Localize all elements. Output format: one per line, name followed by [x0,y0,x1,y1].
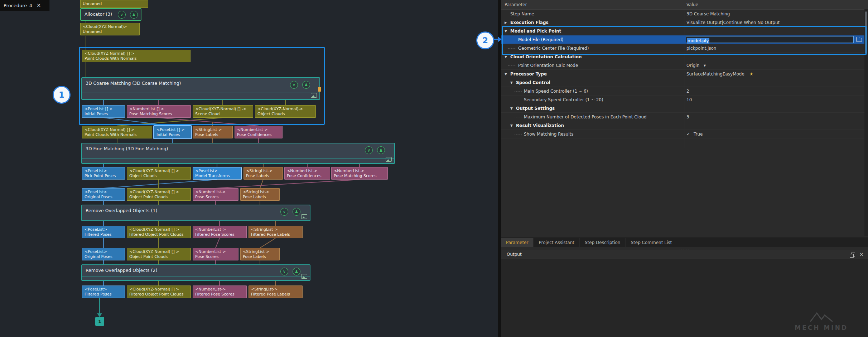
port-unnamed-top[interactable]: Unnamed [80,0,148,8]
param-section-cloud-orientation-calculation[interactable]: ▼ Cloud Orientation Calculation [501,53,868,61]
port-pose-labels[interactable]: <StringList->Pose Labels [193,126,233,138]
operator-button[interactable]: ♟ [293,268,300,275]
port-point-clouds-with-normals[interactable]: <Cloud(XYZ-Normal) [] >Point Clouds With… [82,126,152,138]
expander-icon[interactable]: ▼ [510,78,513,87]
port-filtered-object-point-clouds[interactable]: <Cloud(XYZ-Normal) [] >Filtered Object P… [127,285,191,298]
param-row-point-orientation-calc-mode[interactable]: Point Orientation Calc Mode Origin ▼ [501,61,868,70]
breakpoint-marker[interactable] [318,87,321,92]
expand-step-button[interactable]: ∨ [280,268,288,275]
expand-step-button[interactable]: ∨ [280,208,288,216]
param-row-main-speed-controller[interactable]: Main Speed Controller (1 ~ 6) 2 [501,87,868,96]
app-window: Unnamed Allocator (3) ∨ ♟ <Cloud(XYZ-Nor… [0,0,868,337]
port-pick-point-poses[interactable]: <PoseList>Pick Point Poses [82,167,125,180]
port-pose-labels[interactable]: <StringList->Pose Labels [240,188,280,201]
operator-button[interactable]: ♟ [302,81,310,89]
operator-button[interactable]: ♟ [130,11,138,19]
port-filtered-poses[interactable]: <PoseList>Filtered Poses [82,226,125,238]
param-row-step-name[interactable]: Step Name 3D Coarse Matching [501,10,868,18]
scrollbar-thumb[interactable] [865,11,867,54]
port-pose-confidences[interactable]: <NumberList->Pose Confidences [284,167,330,180]
param-row-model-file[interactable]: Model File (Required) model.ply [501,35,868,44]
port-pose-matching-scores[interactable]: <NumberList->Pose Matching Scores [331,167,388,180]
output-title: Output [507,250,522,259]
node-remove-overlapped-objects-2[interactable]: Remove Overlapped Objects (2) ∨ ♟ [81,264,310,281]
param-row-execution-flags[interactable]: ▶ Execution Flags Visualize Output|Conti… [501,18,868,27]
port-filtered-poses[interactable]: <PoseList>Filtered Poses [82,285,125,298]
port-original-poses[interactable]: <PoseList>Original Poses [82,188,125,201]
checkbox-checked-icon[interactable]: ✓ [686,130,690,138]
parameter-panel: Parameter Value Step Name 3D Coarse Matc… [501,0,868,337]
port-filtered-pose-labels[interactable]: <StringList->Filtered Pose Labels [249,226,303,238]
port-object-point-clouds[interactable]: <Cloud(XYZ-Normal) [] >Object Point Clou… [127,248,191,260]
port-filtered-pose-scores[interactable]: <NumberList->Filtered Pose Scores [193,226,247,238]
node-divider [82,277,310,277]
port-pose-confidences[interactable]: <NumberList->Pose Confidences [235,126,283,138]
port-unnamed[interactable]: <Cloud(XYZ-Normal)>Unnamed [80,23,140,35]
port-object-clouds[interactable]: <Cloud(XYZ-Normal) [] >Object Clouds [127,167,191,180]
callout-1: 1 [53,86,71,104]
param-row-max-detected-poses[interactable]: Maximum Number of Detected Poses in Each… [501,113,868,121]
expander-icon[interactable]: ▶ [505,18,507,27]
node-3d-fine-matching[interactable]: 3D Fine Matching (3D Fine Matching) ∨ ♟ [81,143,395,164]
expander-icon[interactable]: ▼ [510,104,513,113]
param-row-secondary-speed-controller[interactable]: Secondary Speed Controller (1 ~ 20) 10 [501,96,868,104]
bottom-tab-bar: Parameter Project Assistant Step Descrip… [501,238,868,247]
param-section-model-and-pick-point[interactable]: ▼ Model and Pick Point [501,27,868,35]
port-point-clouds-with-normals[interactable]: <Cloud(XYZ-Normal) [] >Point Clouds With… [82,50,191,62]
expander-icon[interactable]: ▼ [505,27,507,35]
port-scene-cloud[interactable]: <Cloud(XYZ-Normal) [] ->Scene Cloud [193,105,253,118]
close-icon[interactable]: × [37,2,41,9]
popout-icon[interactable] [851,253,855,257]
param-section-speed-control[interactable]: ▼ Speed Control [501,78,868,87]
param-table-header: Parameter Value [501,0,868,10]
expand-step-button[interactable]: ∨ [290,81,298,89]
node-divider [82,93,319,93]
callout-2-arrow-head [498,36,502,42]
port-model-transforms[interactable]: <PoseList>Model Transforms [193,167,242,180]
expand-step-button[interactable]: ∨ [365,146,373,154]
port-initial-poses[interactable]: <PoseList [] >Initial Poses [82,105,125,118]
port-object-clouds[interactable]: <Cloud(XYZ-Normal)->Object Clouds [255,105,316,118]
node-3d-coarse-matching[interactable]: 3D Coarse Matching (3D Coarse Matching) … [81,77,320,100]
port-filtered-pose-labels[interactable]: <StringList->Filtered Pose Labels [249,285,303,298]
param-row-geometric-center-file[interactable]: Geometric Center File (Required) pickpoi… [501,44,868,53]
port-original-poses[interactable]: <PoseList>Original Poses [82,248,125,260]
param-section-output-settings[interactable]: ▼ Output Settings [501,104,868,113]
param-section-result-visualization[interactable]: ▼ Result Visualization [501,121,868,130]
param-tree: Step Name 3D Coarse Matching ▶ Execution… [501,10,868,138]
port-object-point-clouds[interactable]: <Cloud(XYZ-Normal) [] >Object Point Clou… [127,188,191,201]
output-panel-body: MECH MIND [501,259,868,337]
port-pose-labels[interactable]: <StringList->Pose Labels [240,248,280,260]
port-initial-poses[interactable]: <PoseList [] >Initial Poses [154,126,191,138]
tab-project-assistant[interactable]: Project Assistant [534,238,580,247]
operator-button[interactable]: ♟ [293,208,300,216]
expand-step-button[interactable]: ∨ [118,11,126,19]
port-filtered-object-point-clouds[interactable]: <Cloud(XYZ-Normal) [] >Filtered Object P… [127,226,191,238]
model-file-input[interactable]: model.ply [686,36,854,43]
tab-parameter[interactable]: Parameter [501,238,534,247]
splitter-handle[interactable]: ...... [501,247,868,250]
port-pose-scores[interactable]: <NumberList->Pose Scores [193,248,238,260]
close-icon[interactable]: × [859,250,864,259]
node-allocator[interactable]: Allocator (3) ∨ ♟ [80,8,141,21]
port-pose-scores[interactable]: <NumberList->Pose Scores [193,188,238,201]
node-divider [82,158,394,158]
port-filtered-pose-scores[interactable]: <NumberList->Filtered Pose Scores [193,285,247,298]
dropdown-arrow-icon[interactable]: ▼ [704,62,706,70]
expander-icon[interactable]: ▼ [505,53,507,61]
graph-canvas[interactable]: Unnamed Allocator (3) ∨ ♟ <Cloud(XYZ-Nor… [0,0,498,337]
tab-step-description[interactable]: Step Description [580,238,626,247]
operator-button[interactable]: ♟ [377,146,385,154]
tab-step-comment-list[interactable]: Step Comment List [626,238,677,247]
folder-open-icon[interactable] [856,38,862,42]
port-pose-labels[interactable]: <StringList->Pose Labels [243,167,283,180]
panel-splitter[interactable] [498,0,501,337]
output-terminal[interactable]: 1 [95,317,104,326]
param-row-show-matching-results[interactable]: Show Matching Results ✓ True [501,130,868,138]
expander-icon[interactable]: ▼ [505,70,507,78]
port-pose-matching-scores[interactable]: <NumberList [] >Pose Matching Scores [127,105,191,118]
tab-procedure-4[interactable]: Procedure_4 × [0,0,49,11]
param-section-processor-type[interactable]: ▼ Processor Type SurfaceMatchingEasyMode… [501,70,868,78]
node-remove-overlapped-objects-1[interactable]: Remove Overlapped Objects (1) ∨ ♟ [81,205,310,221]
expander-icon[interactable]: ▼ [510,121,513,130]
